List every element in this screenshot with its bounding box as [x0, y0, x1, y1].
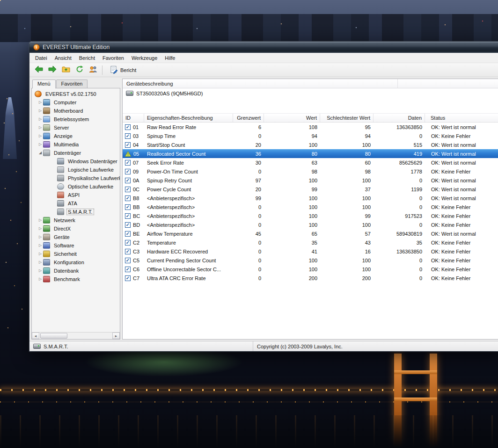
checkbox-checked-icon[interactable] [125, 187, 131, 192]
forward-button[interactable] [46, 65, 59, 76]
back-button[interactable] [32, 65, 45, 76]
users-button[interactable] [87, 65, 99, 76]
tab-favoriten[interactable]: Favoriten [56, 79, 88, 88]
tree-item-sicherheit[interactable]: ▷Sicherheit [32, 250, 120, 258]
expander-collapsed-icon[interactable]: ▷ [37, 143, 43, 146]
column-header-daten[interactable]: Daten [374, 114, 425, 122]
smart-row-01[interactable]: 01Raw Read Error Rate610895136363850OK: … [123, 123, 498, 131]
smart-row-bb[interactable]: BB<Anbieterspezifisch>01001000OK: Keine … [123, 202, 498, 211]
tree-item-aspi[interactable]: ASPI [32, 191, 120, 199]
tree-item-datentr-ger[interactable]: ◢Datenträger [32, 149, 120, 157]
column-header-schlechtester-wert[interactable]: Schlechtester Wert [320, 114, 374, 122]
tree-item-s-m-a-r-t[interactable]: S.M.A.R.T. [32, 208, 120, 216]
expander-collapsed-icon[interactable]: ▷ [37, 227, 43, 231]
checkbox-checked-icon[interactable] [125, 160, 131, 166]
checkbox-checked-icon[interactable] [125, 169, 131, 174]
checkbox-checked-icon[interactable] [125, 213, 131, 219]
expander-collapsed-icon[interactable]: ▷ [37, 260, 43, 264]
scroll-left-arrow-icon[interactable]: ◄ [32, 332, 39, 339]
checkbox-checked-icon[interactable] [125, 240, 131, 246]
expander-expanded-icon[interactable]: ◢ [37, 151, 43, 155]
expander-collapsed-icon[interactable]: ▷ [37, 277, 43, 281]
tree-item-datenbank[interactable]: ▷Datenbank [32, 267, 120, 275]
scroll-thumb[interactable] [40, 333, 67, 339]
tree-item-motherboard[interactable]: ▷Motherboard [32, 107, 120, 115]
smart-row-b8[interactable]: B8<Anbieterspezifisch>991001000OK: Wert … [123, 194, 498, 202]
tab-menu[interactable]: Menü [32, 79, 56, 88]
checkbox-checked-icon[interactable] [125, 124, 131, 130]
smart-row-bd[interactable]: BD<Anbieterspezifisch>01001000OK: Keine … [123, 220, 498, 229]
smart-row-bc[interactable]: BC<Anbieterspezifisch>010099917523OK: Ke… [123, 211, 498, 220]
titlebar[interactable]: EVEREST Ultimate Edition [29, 42, 498, 53]
tree-item-netzwerk[interactable]: ▷Netzwerk [32, 216, 120, 224]
smart-row-c2[interactable]: C2Temperature0354335OK: Keine Fehler [123, 238, 498, 247]
warning-triangle-icon[interactable]: ! [125, 151, 131, 157]
checkbox-checked-icon[interactable] [125, 231, 131, 237]
expander-collapsed-icon[interactable]: ▷ [37, 134, 43, 138]
expander-collapsed-icon[interactable]: ▷ [37, 117, 43, 121]
tree-item-computer[interactable]: ▷Computer [32, 98, 120, 107]
refresh-button[interactable] [73, 65, 86, 76]
checkbox-checked-icon[interactable] [125, 195, 131, 201]
menu-favoriten[interactable]: Favoriten [99, 54, 128, 62]
tree-item-directx[interactable]: ▷DirectX [32, 224, 120, 233]
tree-item-everest-v5-02-1750[interactable]: EVEREST v5.02.1750 [32, 90, 120, 98]
tree-item-server[interactable]: ▷Server [32, 123, 120, 132]
tree-item-logische-laufwerke[interactable]: Logische Laufwerke [32, 166, 120, 174]
smart-row-0c[interactable]: 0CPower Cycle Count2099371199OK: Wert is… [123, 185, 498, 194]
tree-item-konfiguration[interactable]: ▷Konfiguration [32, 258, 120, 267]
checkbox-checked-icon[interactable] [125, 204, 131, 210]
smart-row-c7[interactable]: C7Ultra ATA CRC Error Rate02002000OK: Ke… [123, 274, 498, 282]
expander-collapsed-icon[interactable]: ▷ [37, 269, 43, 273]
device-row[interactable]: ST3500320AS (9QM5H6GD) [123, 88, 498, 98]
smart-row-05[interactable]: !05Reallocated Sector Count368080419OK: … [123, 149, 498, 158]
scroll-right-arrow-icon[interactable]: ► [112, 332, 120, 339]
menu-ansicht[interactable]: Ansicht [51, 54, 75, 62]
smart-row-03[interactable]: 03Spinup Time094940OK: Keine Fehler [123, 131, 498, 140]
expander-collapsed-icon[interactable]: ▷ [37, 244, 43, 247]
checkbox-checked-icon[interactable] [125, 258, 131, 263]
checkbox-checked-icon[interactable] [125, 142, 131, 148]
expander-collapsed-icon[interactable]: ▷ [37, 109, 43, 113]
smart-row-c5[interactable]: C5Current Pending Sector Count01001000OK… [123, 256, 498, 265]
tree-item-physikalische-laufwerke[interactable]: Physikalische Laufwerke [32, 174, 120, 182]
tree-item-ger-te[interactable]: ▷Geräte [32, 233, 120, 241]
smart-row-0a[interactable]: 0ASpinup Retry Count971001000OK: Wert is… [123, 176, 498, 185]
tree-item-betriebssystem[interactable]: ▷Betriebssystem [32, 115, 120, 123]
expander-collapsed-icon[interactable]: ▷ [37, 101, 43, 104]
menu-datei[interactable]: Datei [31, 54, 51, 62]
smart-row-04[interactable]: 04Start/Stop Count20100100515OK: Wert is… [123, 140, 498, 149]
column-header-wert[interactable]: Wert [264, 114, 320, 122]
up-level-button[interactable] [59, 65, 72, 76]
smart-row-07[interactable]: 07Seek Error Rate30636085625629OK: Wert … [123, 158, 498, 167]
tree-item-anzeige[interactable]: ▷Anzeige [32, 132, 120, 140]
horizontal-scrollbar[interactable]: ◄ ► [32, 332, 120, 339]
smart-row-c3[interactable]: C3Hardware ECC Recovered04116136363850OK… [123, 247, 498, 256]
smart-row-c6[interactable]: C6Offline Uncorrectable Sector C...01001… [123, 265, 498, 274]
checkbox-checked-icon[interactable] [125, 249, 131, 254]
checkbox-checked-icon[interactable] [125, 133, 131, 139]
bericht-button[interactable]: Bericht [105, 65, 140, 76]
smart-row-09[interactable]: 09Power-On Time Count098981778OK: Keine … [123, 167, 498, 176]
tree-item-ata[interactable]: ATA [32, 199, 120, 208]
expander-collapsed-icon[interactable]: ▷ [37, 252, 43, 256]
checkbox-checked-icon[interactable] [125, 267, 131, 272]
checkbox-checked-icon[interactable] [125, 275, 131, 281]
device-header-empty-cell[interactable] [398, 79, 498, 88]
menu-bericht[interactable]: Bericht [75, 54, 99, 62]
checkbox-checked-icon[interactable] [125, 178, 131, 183]
tree-item-optische-laufwerke[interactable]: Optische Laufwerke [32, 182, 120, 191]
tree-item-benchmark[interactable]: ▷Benchmark [32, 275, 120, 283]
expander-collapsed-icon[interactable]: ▷ [37, 126, 43, 130]
expander-collapsed-icon[interactable]: ▷ [37, 235, 43, 239]
column-header-status[interactable]: Status [425, 114, 498, 122]
tree-item-multimedia[interactable]: ▷Multimedia [32, 140, 120, 149]
column-header-eigenschaften-beschreibung[interactable]: Eigenschaften-Beschreibung [144, 114, 233, 122]
column-header-id[interactable]: ID [123, 114, 144, 122]
device-description-column-header[interactable]: Gerätebeschreibung [123, 79, 398, 88]
menu-werkzeuge[interactable]: Werkzeuge [128, 54, 161, 62]
expander-collapsed-icon[interactable]: ▷ [37, 218, 43, 222]
column-header-grenzwert[interactable]: Grenzwert [233, 114, 264, 122]
menu-hilfe[interactable]: Hilfe [161, 54, 179, 62]
tree-item-windows-datentr-ger[interactable]: Windows Datenträger [32, 157, 120, 166]
